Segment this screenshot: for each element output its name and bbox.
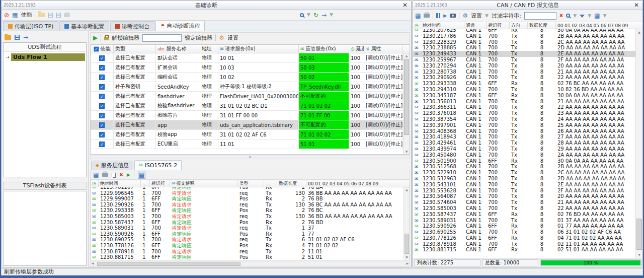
service-message-row[interactable]: 1229.996545 1 700 肯定请求 req Tx 130 36 BB … bbox=[91, 190, 404, 196]
row-attributes[interactable]: [调试(0)]/[停止] bbox=[364, 63, 403, 73]
col-direction[interactable]: 方向 bbox=[510, 22, 528, 29]
flow-item-label[interactable]: Uds Flow 1 bbox=[11, 53, 85, 61]
scroll-thumb[interactable] bbox=[404, 59, 409, 135]
can-message-row[interactable]: 1230.553628 CAN 1 700 Tx 8 2F AA AA AA A… bbox=[413, 188, 635, 194]
can-message-row[interactable]: 1230.217786 CAN 1 700 Tx 8 2B AA AA AA A… bbox=[413, 33, 635, 39]
row-attributes[interactable]: [调试(0)]/[停止] bbox=[364, 120, 403, 130]
tab-auto-diagnosis-flow[interactable]: 自动诊断流程 bbox=[155, 21, 205, 31]
can-message-row[interactable]: 1230.512568 CAN 1 700 Tx 8 2B AA AA AA A… bbox=[413, 164, 635, 170]
tab-diagnosis-console[interactable]: 诊断控制台 bbox=[110, 21, 154, 31]
tab-transport-layer[interactable]: 传输层(ISO TP) bbox=[3, 21, 58, 31]
chevron-down-icon[interactable] bbox=[307, 13, 310, 17]
can-message-row[interactable]: 1230.293338 CAN 1 6FF Rx 8 02 76 BC AA A… bbox=[413, 81, 635, 87]
scroll-thumb[interactable] bbox=[636, 219, 642, 250]
can-message-row[interactable]: 1230.249433 CAN 1 700 Tx 8 2E AA AA AA A… bbox=[413, 51, 635, 57]
can-message-row[interactable]: 1230.270294 CAN 1 700 Tx 8 20 AA AA AA A… bbox=[413, 63, 635, 69]
pause-icon[interactable] bbox=[436, 13, 440, 18]
can-message-row[interactable]: 1230.345187 CAN 1 6FF Rx 8 30 0A 0A AA A… bbox=[413, 93, 635, 99]
flow-step-row[interactable]: 选择已有配置 默认会话 物理 10 01 50 01 100 [调试(0)]/[… bbox=[91, 53, 403, 63]
save-flow-icon[interactable] bbox=[15, 35, 20, 40]
print-icon[interactable] bbox=[102, 173, 108, 177]
can-message-row[interactable]: 1230.450480 CAN 1 700 Tx 8 2A AA AA AA A… bbox=[413, 152, 635, 158]
tab-service-layer-info[interactable]: 服务层信息 bbox=[91, 161, 133, 170]
chevron-down-icon[interactable] bbox=[485, 14, 489, 18]
flow-step-row[interactable]: 选择已有配置 编程会话 物理 10 02 50 02 100 [调试(0)]/[… bbox=[91, 73, 403, 82]
can-message-row[interactable]: 1230.522910 CAN 1 700 Tx 8 2C AA AA AA A… bbox=[413, 170, 635, 176]
clear-filter-icon[interactable] bbox=[559, 14, 564, 18]
can-message-row[interactable]: 1230.543101 CAN 1 700 Tx 8 2E AA AA AA A… bbox=[413, 182, 635, 188]
can-message-row[interactable]: 1230.429461 CAN 1 700 Tx 8 28 AA AA AA A… bbox=[413, 140, 635, 146]
service-message-row[interactable]: 1230.587437 1 6FF 肯定响应 Pos Rx 2 76 BD bbox=[91, 220, 404, 226]
flow-step-row[interactable]: 选择已有配置 扩展会话 物理 10 03 50 03 100 [调试(0)]/[… bbox=[91, 63, 403, 73]
scroll-left-icon[interactable] bbox=[92, 262, 94, 265]
horizontal-scrollbar[interactable] bbox=[90, 261, 410, 267]
can-message-row[interactable]: 1230.778126 CAN 1 6FF Rx 8 04 71 01 02 0… bbox=[413, 235, 635, 241]
enable-checkbox-checked-icon[interactable] bbox=[99, 84, 105, 90]
can-message-row[interactable]: 1230.397901 CAN 1 700 Tx 8 25 AA AA AA A… bbox=[413, 122, 635, 128]
scroll-thumb[interactable] bbox=[97, 262, 240, 266]
flow-tree-item[interactable]: Uds Flow 1 bbox=[4, 53, 86, 61]
col-address[interactable]: 地址 bbox=[200, 45, 218, 53]
service-message-row[interactable]: 1230.590926 1 6FF 肯定响应 Pos Rx 1 77 bbox=[91, 231, 404, 237]
col-type[interactable]: 类型 bbox=[114, 45, 156, 53]
can-message-row[interactable]: 1230.356013 CAN 1 700 Tx 8 21 AA AA AA A… bbox=[413, 99, 635, 105]
can-message-row[interactable]: 1230.587437 CAN 1 6FF Rx 8 02 76 BD AA A… bbox=[413, 212, 635, 218]
can-message-row[interactable]: 1230.207625 CAN 1 6FF Rx 8 30 0A 0A AA A… bbox=[413, 29, 635, 33]
service-message-row[interactable]: 1230.881715 1 6FF 肯定响应 Pos Rx 2 51 01 bbox=[91, 254, 404, 260]
can-message-row[interactable]: 1230.589031 CAN 1 700 Tx 8 01 37 AA AA A… bbox=[413, 218, 635, 224]
save-icon[interactable] bbox=[48, 13, 53, 18]
enable-checkbox-checked-icon[interactable] bbox=[99, 75, 105, 80]
service-message-row[interactable]: 1230.589031 1 700 肯定请求 req Tx 1 37 bbox=[91, 225, 404, 231]
can-message-row[interactable]: 1230.366311 CAN 1 700 Tx 8 22 AA AA AA A… bbox=[413, 104, 635, 110]
col-data-bytes[interactable]: 00 01 02 03 04 05 06 07 08 09 bbox=[556, 22, 635, 29]
service-message-row[interactable]: 1230.878918 1 700 肯定请求 req Tx 2 11 01 bbox=[91, 249, 404, 255]
chevron-down-icon[interactable] bbox=[330, 13, 333, 17]
scroll-up-icon[interactable] bbox=[404, 54, 410, 57]
can-message-row[interactable]: 1230.294310 CAN 1 700 Tx 8 10 82 36 BD A… bbox=[413, 87, 635, 93]
can-message-row[interactable]: 1230.228329 CAN 1 700 Tx 8 2C AA AA AA A… bbox=[413, 39, 635, 45]
service-message-row[interactable]: 1230.585003 1 700 肯定请求 req Tx 130 36 BD … bbox=[91, 214, 404, 220]
can-message-row[interactable]: 1230.501900 CAN 1 6FF Rx 8 30 0A 0A AA A… bbox=[413, 158, 635, 164]
search-icon[interactable] bbox=[300, 13, 304, 17]
flow-step-row[interactable]: 选择已有配置 ECU重启 物理 11 01 51 01 100 [调试(0)]/… bbox=[91, 140, 403, 149]
editor-name-input[interactable] bbox=[142, 34, 182, 42]
print-icon[interactable] bbox=[64, 13, 70, 17]
open-file-icon[interactable] bbox=[38, 13, 45, 17]
can-message-row[interactable]: 1230.574604 CAN 1 700 Tx 8 21 AA AA AA A… bbox=[413, 199, 635, 205]
col-delay[interactable]: 延迟 bbox=[349, 45, 364, 53]
col-data-length[interactable]: 数据长度 bbox=[528, 22, 556, 29]
flow-step-row[interactable]: 种子和密钥 SeedAndKey 物理 种子等级:1 秘钥等级:2 TP_See… bbox=[91, 82, 403, 92]
can-message-row[interactable]: 1230.590926 CAN 1 6FF Rx 8 01 77 AA AA A… bbox=[413, 223, 635, 229]
row-attributes[interactable]: [调试(0)]/[停止] bbox=[364, 140, 403, 149]
left-title-bar[interactable]: 2025.1.21.1563 基础诊断 bbox=[2, 1, 411, 10]
service-message-row[interactable]: 1229.999007 1 6FF 肯定响应 Pos Rx 2 76 BB bbox=[91, 196, 404, 202]
col-enable[interactable]: 使能 bbox=[91, 45, 114, 53]
scroll-down-icon[interactable] bbox=[404, 150, 410, 153]
tab-basic-diagnosis-config[interactable]: 基本诊断配置 bbox=[59, 21, 109, 31]
col-type[interactable]: 类型 bbox=[238, 180, 264, 187]
fixed-view-icon[interactable] bbox=[138, 171, 145, 179]
col-data-length[interactable]: 数据长度 bbox=[277, 180, 306, 187]
unlock-icon[interactable] bbox=[104, 37, 109, 40]
row-attributes[interactable]: [调试(0)]/[停止] bbox=[364, 53, 403, 63]
row-attributes[interactable]: [调试(0)]/[停止] bbox=[364, 92, 403, 101]
grid-view-icon[interactable] bbox=[93, 172, 99, 178]
export-icon[interactable] bbox=[321, 12, 327, 18]
copy-icon[interactable] bbox=[112, 173, 116, 177]
gear-icon[interactable] bbox=[462, 13, 468, 19]
can-message-row[interactable]: 1230.259967 CAN 1 700 Tx 8 2F AA AA AA A… bbox=[413, 57, 635, 63]
search-icon[interactable] bbox=[566, 14, 570, 18]
gear-icon[interactable] bbox=[219, 35, 224, 41]
flow-step-row[interactable]: 选择已有配置 app 物理 uds_can_application.tsbina… bbox=[91, 120, 403, 130]
can-message-row[interactable]: 1230.280738 CAN 1 700 Tx 8 21 AA AA AA A… bbox=[413, 69, 635, 75]
enable-checkbox-checked-icon[interactable] bbox=[99, 142, 105, 147]
new-flow-folder-icon[interactable] bbox=[5, 35, 11, 40]
flow-step-row[interactable]: 选择已有配置 擦除芯片 物理 31 01 FF 00 00 71 01 FF 0… bbox=[91, 111, 403, 120]
row-attributes[interactable]: [调试(0)]/[停止] bbox=[364, 130, 403, 140]
row-attributes[interactable]: [调试(0)]/[停止] bbox=[364, 111, 403, 120]
col-abs-time[interactable]: 绝对时间 bbox=[421, 22, 464, 29]
chevron-down-icon[interactable] bbox=[588, 14, 591, 18]
chevron-down-icon[interactable] bbox=[573, 14, 577, 18]
col-identifier[interactable]: 标识符 bbox=[150, 180, 170, 187]
col-channel[interactable]: ... bbox=[141, 180, 150, 187]
